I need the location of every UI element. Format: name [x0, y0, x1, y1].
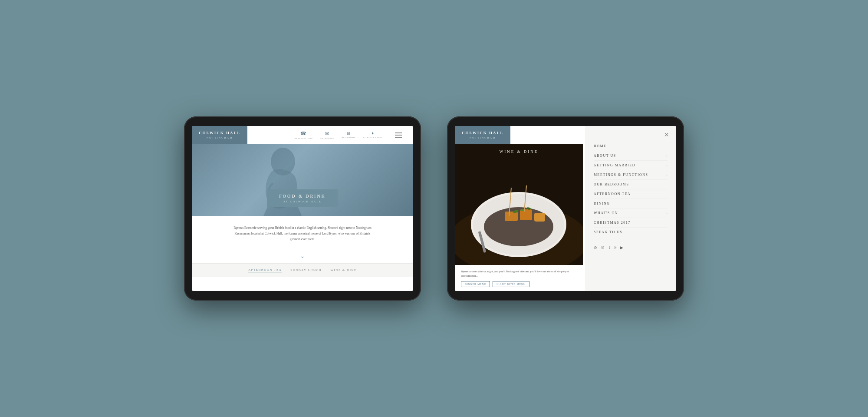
menu-item-dining[interactable]: DINING [594, 199, 667, 208]
menu-item-afternoon-tea[interactable]: AFTERNOON TEA [594, 189, 667, 199]
bedrooms-nav-label: OUR BEDROOMS [594, 182, 629, 186]
ham-line-1 [395, 132, 402, 133]
logo-name-left: COLWICK HALL [199, 131, 240, 136]
christmas-label: CHRISTMAS 2017 [594, 221, 631, 225]
afternoon-tea-label: AFTERNOON TEA [594, 192, 631, 196]
bed-icon: ⊟ [347, 131, 350, 136]
speak-label: SPEAK TO US [594, 230, 622, 234]
wine-dine-heading: WINE & DINE [455, 149, 583, 154]
logo-sub-left: NOTTINGHAM [207, 136, 233, 139]
facebook-icon[interactable]: 𝔽 [614, 245, 617, 250]
menu-item-about[interactable]: ABOUT US › [594, 151, 667, 161]
star-icon: ✦ [371, 131, 375, 136]
hero-subtitle: AT COLWICK HALL [279, 200, 326, 203]
menu-item-speak[interactable]: SPEAK TO US [594, 228, 667, 237]
about-chevron-icon: › [666, 154, 667, 158]
tablet-right: COLWICK HALL NOTTINGHAM [447, 116, 684, 301]
dinner-menu-button[interactable]: DINNER MENU [461, 281, 490, 287]
svg-point-15 [520, 209, 524, 211]
enquiries-label: ENQUIRIES [320, 137, 334, 139]
menu-item-getting-married[interactable]: GETTING MARRIED › [594, 161, 667, 170]
nav-menu-list: HOME ABOUT US › GETTING MARRIED › MEETIN… [594, 142, 667, 237]
tablet-left: COLWICK HALL NOTTINGHAM ☎ RESERVATIONS ✉… [184, 116, 421, 301]
youtube-icon[interactable]: ▶ [620, 245, 623, 250]
reservations-label: RESERVATIONS [294, 137, 312, 139]
twitter-icon[interactable]: 𝕋 [608, 245, 611, 250]
logo-sub-right: NOTTINGHAM [470, 136, 496, 139]
meetings-label: MEETINGS & FUNCTIONS [594, 173, 648, 177]
tab-wine-dine[interactable]: WINE & DINE [330, 268, 356, 272]
food-bottom-bar: Byron's comes alive at night, and you'll… [455, 265, 583, 291]
menu-item-meetings[interactable]: MEETINGS & FUNCTIONS › [594, 170, 667, 180]
food-image-area: WINE & DINE Byron's comes alive at night… [455, 144, 583, 291]
nav-overlay: ✕ HOME ABOUT US › GETTING MARRIED › MEET… [585, 126, 676, 291]
getting-married-chevron-icon: › [666, 163, 667, 167]
about-label: ABOUT US [594, 154, 616, 158]
social-icons: ⊙ ℗ 𝕋 𝔽 ▶ [594, 242, 667, 250]
tablet-left-screen: COLWICK HALL NOTTINGHAM ☎ RESERVATIONS ✉… [192, 126, 413, 291]
svg-rect-10 [534, 213, 545, 222]
bedrooms-icon-item[interactable]: ⊟ BEDROOMS [342, 131, 355, 139]
bottom-tabs: AFTERNOON TEA SUNDAY LUNCH WINE & DINE [192, 263, 413, 277]
nav-icons-left: ☎ RESERVATIONS ✉ ENQUIRIES ⊟ BEDROOMS ✦ … [247, 126, 413, 144]
scroll-down-arrow[interactable]: ⌄ [192, 249, 413, 263]
close-icon[interactable]: ✕ [664, 131, 669, 139]
right-main-content: WINE & DINE Byron's comes alive at night… [455, 144, 676, 291]
content-section: Byron's Brasserie serving great British … [192, 216, 413, 249]
light-bites-button[interactable]: LIGHT BITES MENU [493, 281, 529, 287]
left-header: COLWICK HALL NOTTINGHAM ☎ RESERVATIONS ✉… [192, 126, 413, 144]
hero-title: FOOD & DRINK [279, 194, 326, 199]
food-illustration [455, 144, 583, 265]
logo-name-right: COLWICK HALL [462, 131, 503, 136]
email-icon: ✉ [325, 131, 329, 136]
ham-line-2 [395, 135, 402, 136]
tablet-right-screen: COLWICK HALL NOTTINGHAM [455, 126, 676, 291]
svg-rect-8 [505, 212, 518, 221]
enquiries-icon-item[interactable]: ✉ ENQUIRIES [320, 131, 334, 139]
logo-area-right: COLWICK HALL NOTTINGHAM [455, 126, 510, 144]
wine-dine-overlay: WINE & DINE [455, 149, 583, 154]
meetings-chevron-icon: › [666, 173, 667, 177]
menu-item-home[interactable]: HOME [594, 142, 667, 151]
tab-afternoon-tea[interactable]: AFTERNOON TEA [248, 268, 282, 272]
getting-married-label: GETTING MARRIED [594, 163, 635, 167]
menu-item-whats-on[interactable]: WHAT'S ON › [594, 208, 667, 218]
instagram-icon[interactable]: ⊙ [594, 245, 597, 250]
content-body: Byron's Brasserie serving great British … [233, 225, 372, 242]
whats-on-label: WHAT'S ON [594, 211, 618, 215]
hero-section: FOOD & DRINK AT COLWICK HALL [192, 144, 413, 216]
menu-item-christmas[interactable]: CHRISTMAS 2017 [594, 218, 667, 228]
dining-label: DINING [594, 202, 610, 205]
pinterest-icon[interactable]: ℗ [601, 245, 605, 250]
hamburger-button[interactable] [390, 132, 407, 138]
food-buttons: DINNER MENU LIGHT BITES MENU [461, 281, 577, 287]
ham-line-3 [395, 137, 402, 138]
menu-item-bedrooms[interactable]: OUR BEDROOMS [594, 180, 667, 189]
bedrooms-label: BEDROOMS [342, 136, 355, 139]
reservations-icon-item[interactable]: ☎ RESERVATIONS [294, 131, 312, 139]
loyalty-label: LOYALTY CLUB [363, 136, 382, 139]
loyalty-icon-item[interactable]: ✦ LOYALTY CLUB [363, 131, 382, 139]
home-label: HOME [594, 144, 607, 148]
whats-on-chevron-icon: › [666, 211, 667, 215]
logo-area-left: COLWICK HALL NOTTINGHAM [192, 126, 247, 144]
food-description: Byron's comes alive at night, and you'll… [461, 269, 577, 278]
phone-icon: ☎ [300, 131, 306, 136]
hero-box: FOOD & DRINK AT COLWICK HALL [267, 189, 338, 207]
tab-sunday-lunch[interactable]: SUNDAY LUNCH [290, 268, 322, 272]
